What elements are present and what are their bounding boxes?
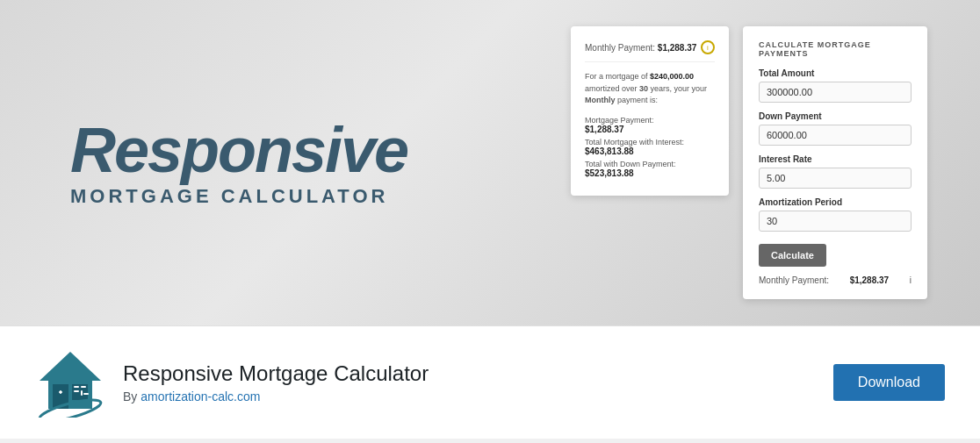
svg-rect-7 [83,393,89,395]
amortization-group: Amortization Period 30 [759,197,912,232]
interest-rate-input: 5.00 [759,168,912,189]
svg-rect-9 [60,390,61,394]
total-amount-input: 300000.00 [759,82,912,103]
total-amount-group: Total Amount 300000.00 [759,68,912,103]
author-link[interactable]: amortization-calc.com [141,389,260,404]
svg-rect-4 [81,386,86,388]
interest-rate-group: Interest Rate 5.00 [759,154,912,189]
down-payment-input: 60000.00 [759,125,912,146]
info-icon-right: i [910,275,912,285]
page-wrapper: Responsive Mortgage Calculator Monthly P… [0,0,980,443]
svg-rect-6 [81,390,83,396]
down-payment-group: Down Payment 60000.00 [759,111,912,146]
svg-rect-5 [74,390,79,392]
author-prefix: By [123,389,137,404]
card-left-monthly-value: $1,288.37 [658,43,697,53]
logo-subtitle-text: Mortgage Calculator [70,185,388,208]
svg-rect-3 [74,386,79,388]
preview-section: Responsive Mortgage Calculator Monthly P… [0,0,980,325]
plugin-info: Responsive Mortgage Calculator By amorti… [35,347,429,418]
total-amount-label: Total Amount [759,68,912,78]
card-right-title: Calculate Mortgage Payments [759,40,912,58]
preview-card-right: Calculate Mortgage Payments Total Amount… [743,26,927,299]
plugin-text-info: Responsive Mortgage Calculator By amorti… [123,361,429,404]
amortization-label: Amortization Period [759,197,912,207]
amortization-input: 30 [759,211,912,232]
card-right-monthly-label: Monthly Payment: [759,275,829,285]
card-left-description: For a mortgage of $240,000.00 amortized … [585,71,715,107]
card-left-monthly-label: Monthly Payment: $1,288.37 [585,43,696,53]
calculate-button[interactable]: Calculate [759,244,826,267]
preview-cards: Monthly Payment: $1,288.37 i For a mortg… [571,26,927,299]
card-left-total-down: Total with Down Payment: $523,813.88 [585,160,715,178]
plugin-author: By amortization-calc.com [123,389,429,404]
card-right-monthly-result: Monthly Payment: $1,288.37 i [759,275,912,285]
card-left-total-mortgage: Total Mortgage with Interest: $463,813.8… [585,138,715,156]
plugin-icon-wrapper [35,347,105,418]
card-right-monthly-value: $1,288.37 [850,275,890,285]
down-payment-label: Down Payment [759,111,912,121]
download-button[interactable]: Download [833,364,945,401]
info-icon-left: i [701,40,715,54]
plugin-name: Responsive Mortgage Calculator [123,361,429,386]
preview-card-left: Monthly Payment: $1,288.37 i For a mortg… [571,26,729,196]
plugin-logo-area: Responsive Mortgage Calculator [70,118,407,208]
card-left-mortgage-payment: Mortgage Payment: $1,288.37 [585,116,715,134]
house-calculator-icon [35,347,105,418]
logo-responsive-text: Responsive [70,118,407,182]
info-section: Responsive Mortgage Calculator By amorti… [0,325,980,439]
interest-rate-label: Interest Rate [759,154,912,164]
card-left-monthly-top: Monthly Payment: $1,288.37 i [585,40,715,62]
